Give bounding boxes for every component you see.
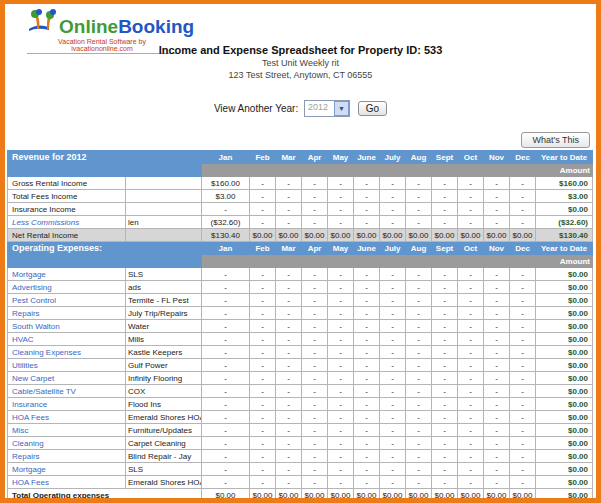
expense-row-7-link[interactable]: Cleaning Expenses	[12, 348, 81, 357]
revenue-row-4-label[interactable]: Less Commissions	[8, 216, 126, 229]
whats-this-button[interactable]: What's This	[521, 132, 590, 148]
revenue-row-2-month-5: -	[328, 190, 354, 203]
expense-row-11-label[interactable]: Insurance	[8, 398, 126, 411]
expense-row-10-label[interactable]: Cable/Satellite TV	[8, 385, 126, 398]
expense-row-17-month-8: -	[406, 476, 432, 489]
expense-row-8-month-5: -	[328, 359, 354, 372]
expense-row-14-label[interactable]: Cleaning	[8, 437, 126, 450]
year-select[interactable]: 2012 ▼	[304, 100, 350, 117]
expense-row-14-month-11: -	[484, 437, 510, 450]
income-expense-table: Revenue for 2012JanFebMarAprMayJuneJulyA…	[7, 150, 593, 503]
expense-row-12-label[interactable]: HOA Fees	[8, 411, 126, 424]
total-operating-expenses-month-9: $0.00	[432, 489, 458, 502]
expense-row-9-link[interactable]: New Carpet	[12, 374, 54, 383]
expense-row-17-month-6: -	[354, 476, 380, 489]
expense-row-17-link[interactable]: HOA Fees	[12, 478, 49, 487]
expense-row-5-link[interactable]: South Walton	[12, 322, 60, 331]
expense-row-11-ytd: $0.00	[536, 398, 593, 411]
month-header-oct: Oct	[458, 242, 484, 255]
expense-row-8-desc: Gulf Power	[126, 359, 202, 372]
expense-row-1-month-8: -	[406, 268, 432, 281]
expense-row-6-label[interactable]: HVAC	[8, 333, 126, 346]
expense-row-8-month-10: -	[458, 359, 484, 372]
year-chooser: View Another Year: 2012 ▼ Go	[5, 100, 596, 117]
expense-row-3-link[interactable]: Pest Control	[12, 296, 56, 305]
revenue-row-4-link[interactable]: Less Commissions	[12, 218, 79, 227]
expense-row-11-link[interactable]: Insurance	[12, 400, 47, 409]
expense-row-11-month-12: -	[510, 398, 536, 411]
revenue-row-2-month-10: -	[458, 190, 484, 203]
expense-row-5-label[interactable]: South Walton	[8, 320, 126, 333]
expense-row-14-month-4: -	[302, 437, 328, 450]
expense-row-17-label[interactable]: HOA Fees	[8, 476, 126, 489]
expense-row-13-link[interactable]: Misc	[12, 426, 28, 435]
expense-row-16-label[interactable]: Mortgage	[8, 463, 126, 476]
expense-row-7-label[interactable]: Cleaning Expenses	[8, 346, 126, 359]
expense-row-15-link[interactable]: Repairs	[12, 452, 40, 461]
expense-row-13-month-9: -	[432, 424, 458, 437]
expense-row-16-month-1: -	[202, 463, 250, 476]
expense-row-12-link[interactable]: HOA Fees	[12, 413, 49, 422]
expense-row-11-month-4: -	[302, 398, 328, 411]
expense-row-14-month-3: -	[276, 437, 302, 450]
expense-row-9-ytd: $0.00	[536, 372, 593, 385]
expense-row-6-month-4: -	[302, 333, 328, 346]
expense-row-4-label[interactable]: Repairs	[8, 307, 126, 320]
month-header-oct: Oct	[458, 151, 484, 164]
expense-row-1-link[interactable]: Mortgage	[12, 270, 46, 279]
report-heading: Income and Expense Spreadsheet for Prope…	[5, 44, 596, 80]
expense-row-2-month-6: -	[354, 281, 380, 294]
expense-row-6-link[interactable]: HVAC	[12, 335, 34, 344]
expense-row-9-month-6: -	[354, 372, 380, 385]
chevron-down-icon[interactable]: ▼	[334, 101, 349, 116]
expense-row-8-label[interactable]: Utilities	[8, 359, 126, 372]
expense-row-13-month-6: -	[354, 424, 380, 437]
amount-band-cell-8	[432, 164, 458, 177]
expense-row-10-link[interactable]: Cable/Satellite TV	[12, 387, 76, 396]
expense-row-16-link[interactable]: Mortgage	[12, 465, 46, 474]
expense-row-12-month-7: -	[380, 411, 406, 424]
month-header-nov: Nov	[484, 151, 510, 164]
expense-row-11-month-6: -	[354, 398, 380, 411]
expense-row-3-label[interactable]: Pest Control	[8, 294, 126, 307]
revenue-row-5-month-3: $0.00	[276, 229, 302, 242]
total-operating-expenses-month-1: $0.00	[202, 489, 250, 502]
expense-row-13-month-4: -	[302, 424, 328, 437]
expense-row-17-month-2: -	[250, 476, 276, 489]
month-header-apr: Apr	[302, 151, 328, 164]
expense-row-4-link[interactable]: Repairs	[12, 309, 40, 318]
expenses-section-title: Operating Expenses:	[8, 242, 202, 255]
expense-row-12-month-6: -	[354, 411, 380, 424]
expense-row-5-month-2: -	[250, 320, 276, 333]
expense-row-17-ytd: $0.00	[536, 476, 593, 489]
revenue-row-1-month-5: -	[328, 177, 354, 190]
expense-row-1-month-2: -	[250, 268, 276, 281]
amount-band-cell-6	[380, 164, 406, 177]
expense-row-10-month-12: -	[510, 385, 536, 398]
expense-row-12-month-8: -	[406, 411, 432, 424]
go-button[interactable]: Go	[358, 101, 387, 116]
expense-row-13-label[interactable]: Misc	[8, 424, 126, 437]
expense-row-2-label[interactable]: Advertising	[8, 281, 126, 294]
expense-row-13-month-5: -	[328, 424, 354, 437]
expense-row-14-ytd: $0.00	[536, 437, 593, 450]
expense-row-14-month-2: -	[250, 437, 276, 450]
expense-row-6-month-12: -	[510, 333, 536, 346]
expense-row-15-label[interactable]: Repairs	[8, 450, 126, 463]
amount-band-cell-7	[406, 164, 432, 177]
expense-row-3-month-6: -	[354, 294, 380, 307]
expense-row-15-month-8: -	[406, 450, 432, 463]
expense-row-5-month-4: -	[302, 320, 328, 333]
expense-row-2-link[interactable]: Advertising	[12, 283, 52, 292]
expense-row-9-label[interactable]: New Carpet	[8, 372, 126, 385]
month-header-nov: Nov	[484, 242, 510, 255]
expense-row-14-link[interactable]: Cleaning	[12, 439, 44, 448]
expense-row-6-month-9: -	[432, 333, 458, 346]
expense-row-1-label[interactable]: Mortgage	[8, 268, 126, 281]
expense-row-4-month-12: -	[510, 307, 536, 320]
month-header-feb: Feb	[250, 242, 276, 255]
expense-row-8-link[interactable]: Utilities	[12, 361, 38, 370]
expense-row-13-month-11: -	[484, 424, 510, 437]
expense-row-1-month-4: -	[302, 268, 328, 281]
revenue-row-5-month-10: $0.00	[458, 229, 484, 242]
